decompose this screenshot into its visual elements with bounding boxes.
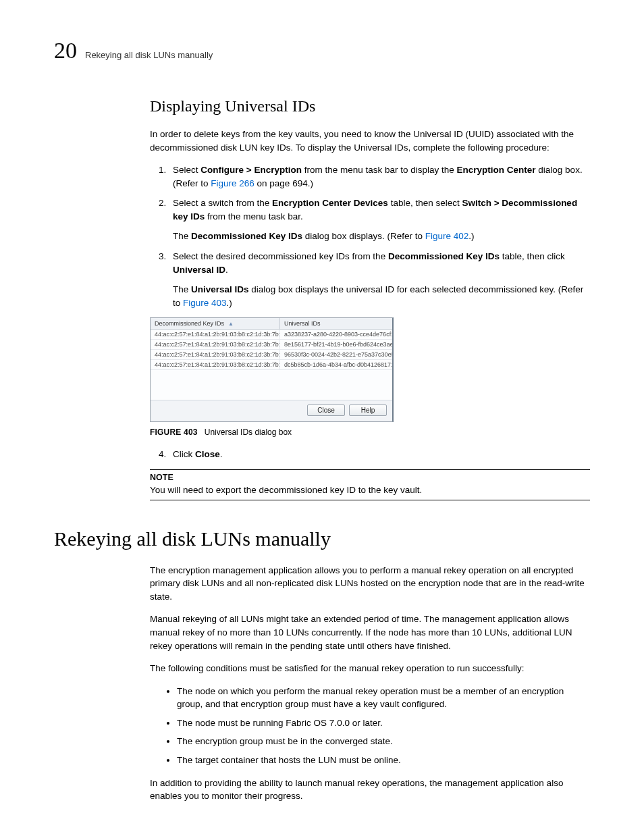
body-paragraph: The encryption management application al… [150, 564, 590, 604]
note-block: NOTE You will need to export the decommi… [150, 469, 590, 500]
close-button[interactable]: Close [307, 405, 345, 416]
figure-403: Decommissioned Key IDs▲ Universal IDs 44… [150, 317, 590, 422]
header-title: Rekeying all disk LUNs manually [85, 50, 213, 60]
step-3-sub: The Universal IDs dialog box displays th… [173, 283, 590, 309]
col-header-decommissioned-key-ids[interactable]: Decommissioned Key IDs▲ [151, 318, 280, 329]
dialog-blank-area [151, 370, 392, 400]
table-row[interactable]: 44:ac:c2:57:e1:84:a1:2b:91:03:b8:c2:1d:3… [151, 330, 392, 340]
link-figure-266[interactable]: Figure 266 [211, 178, 254, 188]
dialog-table-header: Decommissioned Key IDs▲ Universal IDs [151, 318, 392, 330]
link-figure-403[interactable]: Figure 403 [183, 298, 227, 308]
section-heading-rekeying: Rekeying all disk LUNs manually [54, 527, 590, 550]
list-item: The encryption group must be in the conv… [177, 735, 590, 748]
body-paragraph: Manual rekeying of all LUNs might take a… [150, 613, 590, 652]
dialog-button-bar: Close Help [151, 400, 392, 421]
sort-ascending-icon: ▲ [228, 321, 234, 327]
procedure-list-continued: Click Close. [150, 448, 590, 461]
intro-paragraph: In order to delete keys from the key vau… [150, 128, 590, 154]
list-item: The target container that hosts the LUN … [177, 754, 590, 767]
note-label: NOTE [150, 473, 590, 482]
table-row[interactable]: 44:ac:c2:57:e1:84:a1:2b:91:03:b8:c2:1d:3… [151, 360, 392, 370]
help-button[interactable]: Help [349, 405, 387, 416]
chapter-number: 20 [54, 38, 77, 63]
note-text: You will need to export the decommission… [150, 485, 422, 495]
body-paragraph: The following conditions must be satisfi… [150, 662, 590, 675]
col-header-universal-ids[interactable]: Universal IDs [280, 318, 392, 329]
list-item: The node must be running Fabric OS 7.0.0… [177, 716, 590, 730]
section-heading-displaying-universal-ids: Displaying Universal IDs [150, 97, 590, 115]
figure-caption: FIGURE 403 Universal IDs dialog box [150, 427, 590, 437]
step-4: Click Close. [169, 448, 590, 461]
list-item: The node on which you perform the manual… [177, 685, 590, 711]
link-figure-402[interactable]: Figure 402 [425, 231, 469, 241]
step-3: Select the desired decommissioned key ID… [169, 250, 590, 309]
table-row[interactable]: 44:ac:c2:57:e1:84:a1:2b:91:03:b8:c2:1d:3… [151, 350, 392, 360]
procedure-list: Select Configure > Encryption from the m… [150, 163, 590, 309]
step-2: Select a switch from the Encryption Cent… [169, 197, 590, 243]
running-header: 20 Rekeying all disk LUNs manually [54, 38, 590, 63]
body-paragraph: In addition to providing the ability to … [150, 777, 590, 803]
universal-ids-dialog: Decommissioned Key IDs▲ Universal IDs 44… [150, 317, 394, 422]
table-row[interactable]: 44:ac:c2:57:e1:84:a1:2b:91:03:b8:c2:1d:3… [151, 340, 392, 350]
step-2-sub: The Decommissioned Key IDs dialog box di… [173, 230, 590, 243]
step-1: Select Configure > Encryption from the m… [169, 163, 590, 190]
conditions-list: The node on which you perform the manual… [150, 685, 590, 767]
